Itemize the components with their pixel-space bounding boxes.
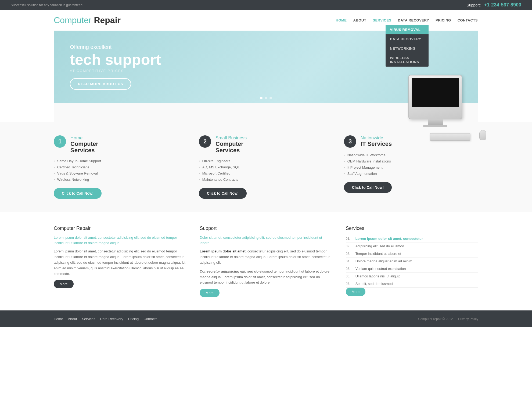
nav-contacts[interactable]: CONTACTS [457,17,478,24]
services-list-item-6[interactable]: Ullamco laboris nisi ut aliquip [346,273,478,280]
info-col-support: Support Dolor sit amet, consectetur adip… [200,226,332,297]
services-list-item-7[interactable]: Set elit, sed do eiusmod [346,280,478,288]
service-card-2: 2 Small Business ComputerServices On-sit… [199,135,333,199]
service-subtitle-2: Small Business [215,135,247,141]
service-subtitle-1: Home [70,135,98,141]
service-card-1: 1 Home ComputerServices Same Day In-Home… [54,135,188,199]
cta-button-3[interactable]: Click to Call Now! [344,182,392,193]
footer-nav: Home About Services Data Recovery Pricin… [54,317,157,321]
service-list-item: Virus & Spyware Removal [54,170,188,176]
logo-repair: Repair [94,15,121,25]
top-bar-support: Support: +1-234-567-8900 [467,2,521,8]
logo-computer: Computer [54,15,92,25]
service-list-item: Nationwide IT Workforce [344,152,478,158]
more-button-support[interactable]: More [200,289,220,297]
dropdown-data-recovery[interactable]: Data Recovery [386,34,429,44]
footer-nav-home[interactable]: Home [54,317,63,321]
service-list-3: Nationwide IT Workforce OEM Hardware Ins… [344,152,478,177]
footer-nav-pricing[interactable]: Pricing [128,317,139,321]
services-list-item-2[interactable]: Adipisicing elit, sed do eiusmod [346,242,478,250]
hero-read-more-button[interactable]: READ MORE ABOUT US [70,78,131,90]
services-list-item-5[interactable]: Veniam quis nostrud exercitation [346,265,478,273]
info-heading-support: Support [200,226,332,231]
nav-home[interactable]: HOME [335,17,347,24]
service-list-item: Same Day In-Home Support [54,158,188,164]
service-title-wrap-1: Home ComputerServices [70,135,98,154]
service-title-1: ComputerServices [70,141,98,154]
footer-nav-services[interactable]: Services [82,317,95,321]
top-bar-tagline: Successful solution for any situation is… [11,3,82,7]
service-title-wrap-3: Nationwide IT Services [361,135,392,147]
service-subtitle-3: Nationwide [361,135,392,141]
service-list-item: Microsoft Certified [199,170,333,176]
services-grid: 1 Home ComputerServices Same Day In-Home… [54,135,478,199]
more-button-services[interactable]: More [346,288,366,296]
info-heading-repair: Computer Repair [54,226,186,231]
more-button-repair[interactable]: More [54,280,74,288]
nav-about[interactable]: ABOUT [353,17,367,24]
footer-nav-contacts[interactable]: Contacts [143,317,157,321]
service-header-1: 1 Home ComputerServices [54,135,188,154]
info-col-services: Services Lorem ipsum dolor sit amet, con… [346,226,478,297]
footer-nav-about[interactable]: About [68,317,77,321]
hero-dot-3[interactable] [269,97,272,99]
info-body1-support: Lorem ipsum dolor sit amet, consectetur … [200,249,332,265]
info-highlight-support: Dolor sit amet, consectetur adipisicing … [200,235,332,245]
service-number-1: 1 [54,135,66,148]
top-bar: Successful solution for any situation is… [0,0,532,10]
service-number-2: 2 [199,135,211,148]
support-phone[interactable]: +1-234-567-8900 [484,2,521,8]
support-label: Support: [467,3,481,7]
service-list-2: On-site Engineers AD, MS Exchange, SQL M… [199,158,333,183]
info-heading-services: Services [346,226,478,231]
nav-data-recovery[interactable]: DATA RECOVERY [397,17,430,24]
hero-dot-2[interactable] [265,97,267,99]
service-title-wrap-2: Small Business ComputerServices [215,135,247,154]
dropdown-wireless[interactable]: Wireless Installations [386,53,429,67]
services-dropdown: Virus Removal Data Recovery Networking W… [386,25,429,67]
hero-dots [260,97,272,99]
service-list-item: It Project Management [344,164,478,171]
hero-computer-image [408,75,462,119]
nav-pricing[interactable]: PRICING [435,17,452,24]
service-list-item: Certified Technicians [54,164,188,170]
service-list-item: AD, MS Exchange, SQL [199,164,333,170]
services-list-item-1[interactable]: Lorem ipsum dolor sit amet, consectetur [346,235,478,242]
hero-dot-1[interactable] [260,97,263,99]
main-nav: HOME ABOUT SERVICES Virus Removal Data R… [335,17,478,24]
footer-copyright: Computer repair © 2012 [418,317,453,321]
header: Computer Repair HOME ABOUT SERVICES Viru… [0,10,532,31]
dropdown-virus-removal[interactable]: Virus Removal [386,25,429,34]
footer-right: Computer repair © 2012 Privacy Policy [418,317,478,321]
service-list-item: Maintenance Contracts [199,176,333,183]
cta-button-2[interactable]: Click to Call Now! [199,188,247,199]
hero-title: tech support [70,51,161,68]
info-highlight-repair: Lorem ipsum dolor sit amet, consectetur … [54,235,186,245]
hero-subtitle: Offering excellent [70,44,161,50]
service-title-2: ComputerServices [215,141,247,154]
footer-nav-data-recovery[interactable]: Data Recovery [100,317,123,321]
service-list-1: Same Day In-Home Support Certified Techn… [54,158,188,183]
footer-privacy[interactable]: Privacy Policy [458,317,478,321]
service-number-3: 3 [344,135,356,148]
info-body2-support: Consectetur adipisicing elit, sed do eiu… [200,269,332,285]
info-bold-support: Lorem ipsum dolor sit amet, [200,249,246,253]
info-section: Computer Repair Lorem ipsum dolor sit am… [0,212,532,310]
services-list-item-4[interactable]: Dolore magna aliquat enim ad minim [346,258,478,265]
info-em-support: Consectetur adipisicing elit, sed do [200,269,258,273]
service-header-2: 2 Small Business ComputerServices [199,135,333,154]
service-list-item: On-site Engineers [199,158,333,164]
info-body-repair: Lorem ipsum dolor sit amet, consectetur … [54,249,186,277]
logo: Computer Repair [54,15,121,25]
service-title-3: IT Services [361,141,392,147]
service-list-item: Wireless Networking [54,176,188,183]
service-card-3: 3 Nationwide IT Services Nationwide IT W… [344,135,478,199]
service-list-item: OEM Hardware Installations [344,158,478,164]
services-list-item-3[interactable]: Tempor incididunt ut labore et [346,250,478,258]
hero-content: Offering excellent tech support AT COMPE… [54,33,177,101]
hero-tagline: AT COMPETITIVE PRICES [70,69,161,73]
cta-button-1[interactable]: Click to Call Now! [54,188,102,199]
dropdown-networking[interactable]: Networking [386,44,429,53]
nav-services[interactable]: SERVICES Virus Removal Data Recovery Net… [372,17,392,24]
service-list-item: Staff Augmentation [344,171,478,177]
